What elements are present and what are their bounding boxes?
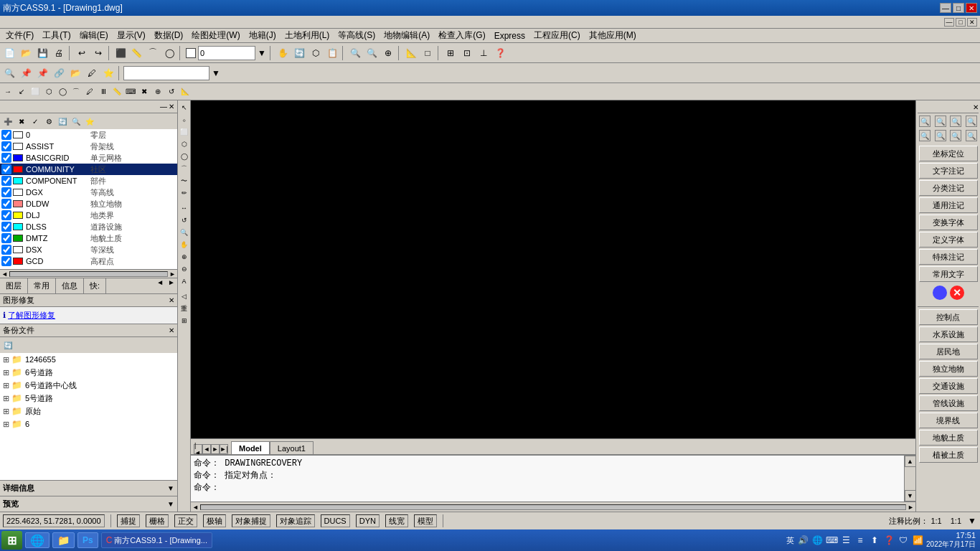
- status-polar[interactable]: 极轴: [203, 514, 226, 527]
- layer-filter[interactable]: 🔍: [70, 115, 83, 128]
- menu-item-t[interactable]: 工具(T): [38, 29, 75, 42]
- detail-toggle[interactable]: ▼: [167, 484, 174, 492]
- right-icon-6[interactable]: 🔍: [935, 130, 946, 141]
- layer-settings[interactable]: ⭐: [83, 115, 96, 128]
- dt-select[interactable]: ↖: [179, 102, 190, 113]
- dt-polygon[interactable]: ⬡: [179, 138, 190, 150]
- hscroll-right[interactable]: ►: [168, 270, 177, 278]
- menu-item-v[interactable]: 显示(V): [113, 29, 150, 42]
- tb3-12[interactable]: ⊕: [151, 85, 164, 98]
- dt-circle[interactable]: ◯: [179, 151, 190, 162]
- canvas-tab-layout1[interactable]: Layout1: [270, 441, 314, 454]
- right-icon-3[interactable]: 🔍: [950, 116, 961, 127]
- status-ortho[interactable]: 正交: [174, 514, 197, 527]
- cmd-hscroll-left[interactable]: ◄: [191, 504, 200, 511]
- layer-visible-check[interactable]: [1, 141, 11, 151]
- tb-move[interactable]: ✋: [275, 45, 291, 61]
- right-btn-coord[interactable]: 坐标定位: [919, 146, 978, 161]
- right-btn-terrain[interactable]: 地貌土质: [919, 430, 978, 446]
- tray-clock[interactable]: 17:51 2022年7月17日: [926, 531, 976, 550]
- backup-list[interactable]: ⊞📁1246655⊞📁6号道路⊞📁6号道路中心线⊞📁5号道路⊞📁原始⊞📁6: [0, 353, 177, 480]
- tray-icon-5[interactable]: ≡: [854, 534, 866, 546]
- layer-new[interactable]: ➕: [1, 115, 14, 128]
- preview-toggle[interactable]: ▼: [167, 500, 174, 508]
- layer-row[interactable]: 0零层: [0, 129, 177, 141]
- tray-antivirus[interactable]: 🛡: [897, 534, 909, 546]
- layer-properties[interactable]: ⚙: [42, 115, 55, 128]
- tb-copy[interactable]: 📋: [324, 45, 340, 61]
- layer-panel-close[interactable]: ✕: [169, 103, 174, 110]
- backup-expand-icon[interactable]: ⊞: [3, 368, 11, 377]
- tb-zoomout[interactable]: 🔍: [364, 45, 380, 61]
- dt-pen[interactable]: ✏: [179, 187, 190, 199]
- layer-row[interactable]: DSX等深线: [0, 244, 177, 255]
- dt-grid-btn[interactable]: ⊞: [179, 315, 190, 326]
- hscroll-thumb[interactable]: [9, 271, 168, 277]
- start-button[interactable]: ⊞: [1, 531, 22, 550]
- tb3-7[interactable]: 🖊: [83, 85, 96, 98]
- tb3-9[interactable]: 📏: [110, 85, 123, 98]
- layer-row[interactable]: ASSIST骨架线: [0, 141, 177, 152]
- tb2-2[interactable]: 📌: [18, 65, 34, 81]
- tb3-6[interactable]: ⌒: [70, 85, 83, 98]
- tray-lang[interactable]: 英: [786, 535, 794, 546]
- canvas-tab-model[interactable]: Model: [231, 441, 270, 454]
- right-btn-independent[interactable]: 独立地物: [919, 361, 978, 377]
- right-btn-special[interactable]: 特殊注记: [919, 249, 978, 265]
- tb3-2[interactable]: ↙: [15, 85, 28, 98]
- right-close-icon[interactable]: ✕: [950, 286, 964, 300]
- status-capture[interactable]: 捕捉: [117, 514, 140, 527]
- backup-expand-icon[interactable]: ⊞: [3, 381, 11, 390]
- layer-row[interactable]: BASICGRID单元网格: [0, 152, 177, 164]
- tb-save[interactable]: 💾: [34, 45, 50, 61]
- dt-rotate[interactable]: ↺: [179, 215, 190, 226]
- tb-orth[interactable]: ⊥: [476, 45, 491, 61]
- layer-row[interactable]: DMTZ地貌土质: [0, 232, 177, 244]
- menu-item-g[interactable]: 检查入库(G): [434, 29, 489, 42]
- right-btn-common-text[interactable]: 常用文字: [919, 266, 978, 282]
- tb3-8[interactable]: Ⅲ: [97, 85, 110, 98]
- status-scale-btn[interactable]: ▼: [967, 516, 977, 526]
- cmd-scroll-up[interactable]: ▲: [905, 456, 916, 467]
- layer-visible-check[interactable]: [1, 176, 11, 186]
- layer-visible-check[interactable]: [1, 222, 11, 232]
- tb2-1[interactable]: 🔍: [1, 65, 17, 81]
- dt-arc[interactable]: ⌒: [179, 163, 190, 174]
- hscroll-left[interactable]: ◄: [0, 270, 9, 278]
- tb-area[interactable]: □: [420, 45, 435, 61]
- backup-list-item[interactable]: ⊞📁原始: [0, 405, 177, 418]
- dt-repeat[interactable]: 重: [179, 303, 190, 314]
- backup-list-item[interactable]: ⊞📁1246655: [0, 353, 177, 366]
- tab-prev[interactable]: ◄: [202, 444, 211, 454]
- backup-refresh[interactable]: 🔄: [1, 339, 14, 352]
- tb3-3[interactable]: ⬜: [29, 85, 42, 98]
- right-btn-pipeline[interactable]: 管线设施: [919, 395, 978, 411]
- layer-visible-check[interactable]: [1, 199, 11, 209]
- layer-row[interactable]: DLJ地类界: [0, 209, 177, 221]
- tb-dropdown[interactable]: ▼: [256, 45, 268, 61]
- menu-item-w[interactable]: 绘图处理(W): [187, 29, 244, 42]
- tray-icon-2[interactable]: 🌐: [811, 534, 823, 546]
- tb-dist[interactable]: 📐: [403, 45, 419, 61]
- layer-tab-prev[interactable]: ◄: [154, 278, 166, 293]
- cmd-hscroll-right[interactable]: ►: [906, 504, 915, 511]
- layer-tab-info[interactable]: 信息: [56, 278, 84, 293]
- tab-last[interactable]: ►|: [220, 444, 228, 454]
- right-btn-text[interactable]: 文字注记: [919, 163, 978, 179]
- tb3-13[interactable]: ↺: [165, 85, 178, 98]
- cmd-hscroll[interactable]: ◄ ►: [191, 501, 915, 512]
- menu-item-d[interactable]: 数据(D): [150, 29, 188, 42]
- right-btn-boundary[interactable]: 境界线: [919, 413, 978, 428]
- right-btn-traffic[interactable]: 交通设施: [919, 378, 978, 394]
- minimize-button[interactable]: —: [940, 3, 951, 13]
- taskbar-explorer[interactable]: 📁: [52, 532, 75, 548]
- menu-item-c[interactable]: 工程应用(C): [529, 29, 585, 42]
- layer-tab-next[interactable]: ►: [166, 278, 177, 293]
- menu-item-l[interactable]: 土地利用(L): [281, 29, 334, 42]
- tb-arc[interactable]: ⌒: [145, 45, 161, 61]
- recovery-link[interactable]: 了解图形修复: [8, 311, 55, 319]
- right-btn-font-change[interactable]: 变换字体: [919, 215, 978, 230]
- menu-item-a[interactable]: 地物编辑(A): [380, 29, 434, 42]
- right-btn-vegetation[interactable]: 植被土质: [919, 447, 978, 463]
- recovery-close[interactable]: ✕: [169, 296, 174, 304]
